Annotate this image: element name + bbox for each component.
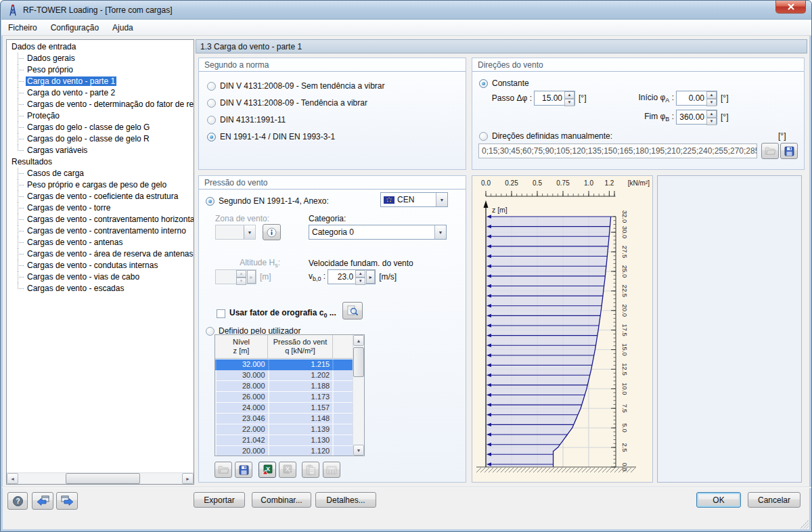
vb0-field[interactable]: 23.0 ▲ ▼ ► [328, 269, 376, 284]
scroll-right-icon[interactable]: ► [182, 473, 194, 484]
scroll-down-icon[interactable]: ▼ [353, 445, 364, 456]
vb0-value[interactable]: 23.0 [328, 272, 355, 282]
radio-icon[interactable] [207, 99, 216, 108]
tree-item[interactable]: Cargas do gelo - classe de gelo R [7, 133, 194, 145]
table-cell[interactable] [332, 414, 353, 424]
table-cell[interactable] [332, 435, 353, 446]
spin-up-icon[interactable]: ▲ [706, 110, 717, 118]
menu-item-2[interactable]: Ajuda [106, 20, 140, 35]
fim-spinner[interactable]: ▲ ▼ [706, 110, 717, 124]
inicio-value[interactable]: 0.00 [677, 93, 706, 103]
load-directions-button[interactable] [761, 143, 779, 159]
detalhes-button[interactable]: Detalhes... [315, 492, 376, 508]
table-row[interactable]: 22.0001.139 [215, 424, 353, 435]
table-cell[interactable]: 21.042 [215, 435, 268, 446]
table-cell[interactable] [332, 403, 353, 414]
radio-din-v-4131-tendencia[interactable]: DIN V 4131:2008-09 - Tendência a vibrar [207, 95, 367, 110]
tree-item[interactable]: Cargas de vento - vias de cabo [7, 271, 194, 283]
table-cell[interactable]: 1.215 [268, 359, 333, 370]
categoria-combo[interactable]: Categoria 0 ▼ [309, 225, 447, 240]
radio-din-4131-1991[interactable]: DIN 4131:1991-11 [207, 112, 286, 127]
orografia-checkbox-row[interactable]: Usar fator de orografia c0 ... [217, 306, 336, 321]
table-row[interactable]: 20.0001.120 [215, 446, 353, 456]
scroll-up-icon[interactable]: ▲ [353, 335, 364, 346]
table-row[interactable]: 30.0001.202 [215, 370, 353, 381]
table-cell[interactable]: 30.000 [215, 370, 268, 381]
combo-arrow-icon[interactable]: ▼ [244, 225, 255, 239]
altitude-pick-icon[interactable]: ► [247, 270, 256, 284]
tree-item[interactable]: Casos de carga [7, 168, 194, 179]
table-vertical-scrollbar[interactable]: ▲ ▼ [353, 335, 364, 456]
passo-value[interactable]: 15.00 [535, 93, 564, 103]
fim-value[interactable]: 360.00 [677, 112, 706, 122]
tree-item[interactable]: Peso próprio e cargas de peso de gelo [7, 179, 194, 191]
spin-down-icon[interactable]: ▼ [706, 99, 717, 106]
passo-spinner[interactable]: ▲ ▼ [564, 91, 574, 105]
table-open-button[interactable] [215, 462, 232, 478]
radio-icon[interactable] [206, 327, 215, 336]
tree-item[interactable]: Cargas variáveis [7, 145, 194, 156]
cancelar-button[interactable]: Cancelar [748, 492, 800, 508]
radio-din-v-4131-sem-tendencia[interactable]: DIN V 4131:2008-09 - Sem tendência a vib… [207, 79, 384, 93]
table-row[interactable]: 21.0421.130 [215, 435, 353, 446]
exportar-button[interactable]: Exportar [194, 492, 245, 508]
tree-item[interactable]: Cargas do gelo - classe de gelo G [7, 122, 194, 133]
altitude-spinner[interactable]: ▲ ▼ [236, 270, 246, 284]
table-cell[interactable]: 20.000 [215, 446, 268, 456]
table-row[interactable]: 32.0001.215 [215, 359, 353, 370]
table-cell[interactable]: 28.000 [215, 381, 268, 392]
radio-en-1991-1-4[interactable]: EN 1991-1-4 / DIN EN 1993-3-1 [207, 129, 335, 144]
menu-item-1[interactable]: Configuração [44, 20, 106, 35]
table-cell[interactable]: 22.000 [215, 424, 268, 435]
scroll-left-icon[interactable]: ◄ [7, 473, 18, 484]
radio-direcoes-manuais[interactable]: Direções definidas manualmente: [479, 129, 612, 143]
checkbox-icon[interactable] [217, 309, 225, 318]
spin-up-icon[interactable]: ▲ [564, 91, 574, 99]
spin-down-icon[interactable]: ▼ [564, 99, 574, 106]
help-button[interactable]: ? [7, 492, 28, 510]
radio-icon[interactable] [206, 197, 215, 206]
table-scroll-thumb[interactable] [353, 347, 364, 377]
inicio-field[interactable]: 0.00 ▲ ▼ [676, 91, 717, 106]
next-page-button[interactable] [56, 492, 78, 510]
radio-constante[interactable]: Constante [479, 76, 529, 91]
tree-item[interactable]: Cargas de vento - torre [7, 202, 194, 214]
table-cell[interactable] [332, 370, 353, 381]
table-row[interactable]: 26.0001.173 [215, 392, 353, 403]
tree-item[interactable]: Proteção [7, 110, 194, 122]
vb0-pick-icon[interactable]: ► [366, 270, 375, 284]
combinar-button[interactable]: Combinar... [252, 492, 311, 508]
altitude-field[interactable]: ▲ ▼ ► [215, 269, 256, 284]
table-cell[interactable]: 1.130 [268, 435, 333, 446]
zona-combo[interactable]: ▼ [215, 225, 256, 240]
passo-field[interactable]: 15.00 ▲ ▼ [534, 91, 575, 106]
spin-up-icon[interactable]: ▲ [355, 270, 365, 278]
radio-icon[interactable] [207, 116, 216, 125]
table-cell[interactable]: 1.120 [268, 446, 333, 456]
table-cell[interactable]: 26.000 [215, 392, 268, 403]
tree-section[interactable]: Dados de entrada [7, 41, 194, 53]
table-cell[interactable]: 23.046 [215, 414, 268, 424]
table-cell[interactable] [332, 392, 353, 403]
spin-down-icon[interactable]: ▼ [706, 118, 717, 125]
tree-item[interactable]: Cargas de vento - condutas internas [7, 260, 194, 271]
tree-scroll-thumb[interactable] [66, 473, 140, 484]
table-row[interactable]: 24.0001.157 [215, 403, 353, 414]
tree-scroll-track[interactable] [18, 473, 182, 484]
table-cell[interactable] [332, 446, 353, 456]
tree-item[interactable]: Cargas de vento - antenas [7, 237, 194, 248]
orografia-details-button[interactable] [342, 302, 363, 319]
save-directions-button[interactable] [780, 143, 798, 159]
tree-section[interactable]: Resultados [7, 156, 194, 168]
spin-down-icon[interactable]: ▼ [236, 278, 246, 285]
anexo-combo[interactable]: CEN ▼ [380, 192, 448, 207]
table-cell[interactable]: 32.000 [215, 359, 268, 370]
table-cell[interactable] [332, 424, 353, 435]
table-cell[interactable]: 1.173 [268, 392, 333, 403]
ok-button[interactable]: OK [696, 492, 741, 508]
zona-info-button[interactable] [263, 224, 281, 240]
table-cell[interactable] [332, 381, 353, 392]
table-row[interactable]: 28.0001.188 [215, 381, 353, 392]
menu-item-0[interactable]: Ficheiro [1, 20, 44, 35]
radio-icon[interactable] [479, 132, 488, 141]
